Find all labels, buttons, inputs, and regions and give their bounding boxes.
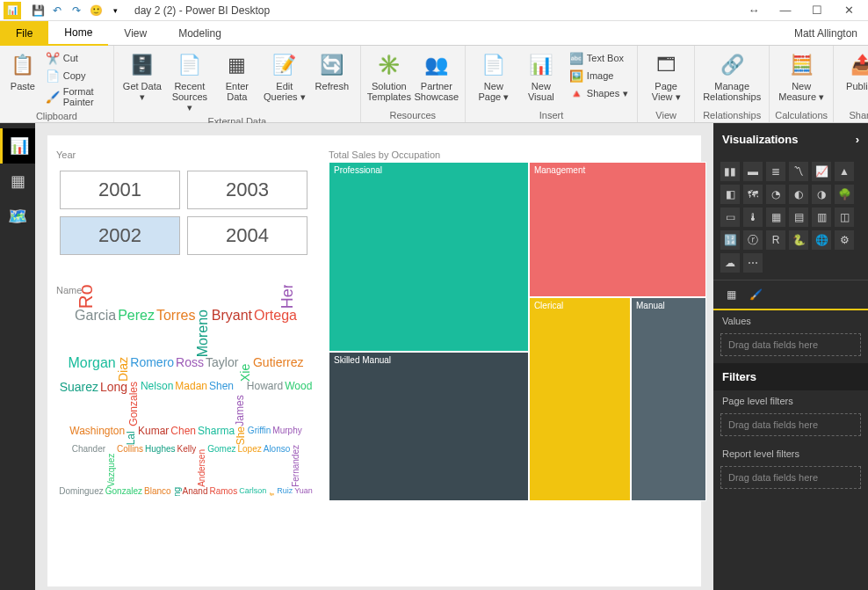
wordcloud-word[interactable]: Alonso (263, 445, 292, 487)
chevron-right-icon[interactable]: › (856, 133, 859, 146)
treemap-cell-skilled-manual[interactable]: Skilled Manual (329, 352, 529, 501)
edit-queries-button[interactable]: 📝Edit Queries ▾ (262, 49, 307, 104)
page-view-button[interactable]: 🗔Page View ▾ (643, 49, 689, 104)
wordcloud-word[interactable]: Sharma (197, 426, 235, 445)
vis-type-3[interactable]: 〽 (789, 162, 808, 181)
fields-tab-icon[interactable]: ▦ (722, 286, 740, 303)
vis-type-11[interactable]: 🌳 (835, 185, 854, 204)
vis-type-23[interactable]: ⚙ (835, 230, 854, 250)
wordcloud-word[interactable]: Howard (246, 382, 284, 426)
wordcloud-visual[interactable]: Name RodriguezMartinezSanchezNavarroHern… (56, 285, 315, 496)
wordcloud-word[interactable]: Andersen (197, 445, 206, 487)
wordcloud-word[interactable]: Wood (284, 382, 313, 426)
vis-type-20[interactable]: R (766, 230, 785, 250)
redo-icon[interactable]: ↷ (68, 2, 85, 19)
vis-type-1[interactable]: ▬ (743, 162, 763, 181)
wordcloud-word[interactable]: Carlson (238, 487, 267, 496)
vis-type-8[interactable]: ◔ (766, 185, 785, 204)
values-well[interactable]: Drag data fields here (720, 333, 861, 356)
treemap-cell-management[interactable]: Management (529, 162, 706, 297)
wordcloud-word[interactable]: Kumar (137, 426, 170, 445)
undo-icon[interactable]: ↶ (48, 2, 66, 19)
wordcloud-word[interactable]: Ross (175, 357, 205, 382)
vis-type-4[interactable]: 📈 (812, 162, 831, 181)
vis-type-16[interactable]: ▥ (812, 208, 831, 227)
wordcloud-word[interactable]: Hernandez (279, 285, 295, 310)
format-painter-button[interactable]: 🖌️Format Painter (42, 84, 108, 109)
vis-type-17[interactable]: ◫ (835, 208, 854, 227)
shapes-button[interactable]: 🔺Shapes ▾ (566, 84, 632, 102)
wordcloud-word[interactable]: Huang (172, 487, 182, 496)
vis-type-21[interactable]: 🐍 (789, 230, 808, 250)
page-filters-well[interactable]: Drag data fields here (720, 413, 861, 436)
tab-modeling[interactable]: Modeling (163, 21, 237, 46)
vis-type-18[interactable]: 🔢 (720, 230, 740, 250)
wordcloud-word[interactable]: Lopez (236, 445, 262, 487)
vis-type-24[interactable]: ☁ (720, 253, 740, 273)
wordcloud-word[interactable]: Murphy (271, 426, 302, 445)
vis-type-2[interactable]: ≣ (766, 162, 785, 181)
wordcloud-word[interactable]: Anand (182, 487, 209, 496)
vis-type-5[interactable]: ▲ (835, 162, 854, 181)
wordcloud-word[interactable]: Morgan (67, 357, 116, 382)
new-measure-button[interactable]: 🧮New Measure ▾ (775, 49, 828, 104)
copy-button[interactable]: 📄Copy (42, 67, 108, 84)
wordcloud-word[interactable]: Navarro (228, 285, 279, 310)
wordcloud-word[interactable]: Xie (239, 357, 252, 382)
wordcloud-word[interactable]: Ramos (209, 487, 239, 496)
wordcloud-word[interactable]: Baker (267, 487, 276, 496)
wordcloud-word[interactable]: Romero (129, 357, 175, 382)
resize-icon[interactable]: ↔ (738, 2, 770, 19)
wordcloud-word[interactable]: Martinez (95, 285, 164, 310)
wordcloud-word[interactable]: Rodriguez (76, 285, 96, 310)
vis-type-19[interactable]: ⓡ (743, 230, 763, 250)
wordcloud-word[interactable]: Lal (126, 426, 137, 445)
wordcloud-word[interactable]: Griffin (247, 426, 272, 445)
wordcloud-word[interactable]: Vazquez (106, 445, 116, 487)
wordcloud-word[interactable]: Diaz (117, 357, 130, 382)
manage-relationships-button[interactable]: 🔗Manage Relationships (700, 49, 763, 104)
wordcloud-word[interactable]: Garcia (74, 310, 117, 357)
tab-home[interactable]: Home (48, 21, 108, 46)
vis-type-15[interactable]: ▤ (789, 208, 808, 227)
canvas-viewport[interactable]: Year 2001200320022004 Total Sales by Occ… (35, 123, 713, 590)
wordcloud-word[interactable]: She (235, 426, 247, 445)
vis-type-14[interactable]: ▦ (766, 208, 785, 227)
recent-sources-button[interactable]: 📄Recent Sources ▾ (167, 49, 213, 114)
wordcloud-word[interactable]: Perez (117, 310, 156, 357)
wordcloud-word[interactable]: Kelly (177, 445, 198, 487)
slicer-option-2003[interactable]: 2003 (187, 171, 307, 209)
cut-button[interactable]: ✂️Cut (42, 49, 108, 67)
wordcloud-word[interactable]: Ortega (253, 310, 298, 357)
slicer-option-2002[interactable]: 2002 (60, 216, 180, 255)
wordcloud-word[interactable]: Collins (116, 445, 144, 487)
wordcloud-word[interactable]: James (235, 382, 246, 426)
vis-type-25[interactable]: ⋯ (743, 253, 763, 273)
wordcloud-word[interactable]: Gutierrez (252, 357, 305, 382)
wordcloud-word[interactable]: Sanchez (164, 285, 228, 310)
vis-type-12[interactable]: ▭ (720, 208, 740, 227)
format-tab-icon[interactable]: 🖌️ (747, 286, 764, 303)
enter-data-button[interactable]: ▦Enter Data (214, 49, 260, 104)
save-icon[interactable]: 💾 (29, 2, 47, 19)
wordcloud-word[interactable]: Yuan (293, 487, 314, 496)
model-view-button[interactable]: 🗺️ (0, 199, 35, 234)
new-visual-button[interactable]: 📊New Visual (518, 49, 564, 104)
year-slicer[interactable]: 2001200320022004 (56, 167, 311, 264)
treemap-cell-clerical[interactable]: Clerical (529, 297, 631, 501)
report-view-button[interactable]: 📊 (0, 128, 35, 164)
wordcloud-word[interactable]: Fernandez (291, 445, 300, 487)
wordcloud-word[interactable]: Taylor (205, 357, 239, 382)
solution-templates-button[interactable]: ✳️Solution Templates (366, 49, 412, 104)
wordcloud-word[interactable]: Madan (174, 382, 208, 426)
smiley-icon[interactable]: 🙂 (87, 2, 105, 19)
wordcloud-word[interactable]: Washington (69, 426, 126, 445)
tab-view[interactable]: View (108, 21, 163, 46)
slicer-option-2001[interactable]: 2001 (60, 171, 180, 209)
wordcloud-word[interactable]: Gonzalez (105, 487, 143, 496)
minimize-button[interactable]: — (770, 2, 801, 19)
wordcloud-word[interactable]: Shen (208, 382, 235, 426)
textbox-button[interactable]: 🔤Text Box (566, 49, 632, 67)
signed-in-user[interactable]: Matt Allington (794, 27, 868, 40)
vis-type-0[interactable]: ▮▮ (720, 162, 740, 181)
